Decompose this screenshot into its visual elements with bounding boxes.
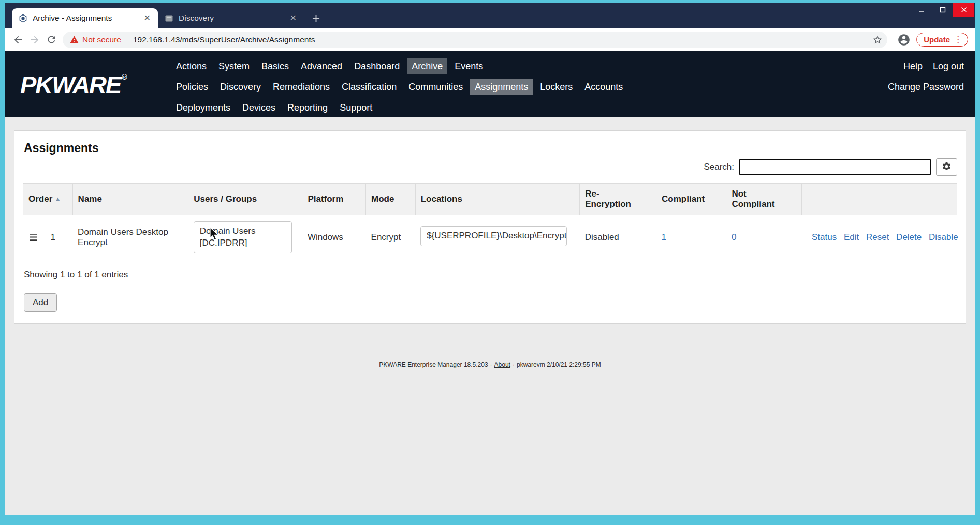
address-bar[interactable]: Not secure 192.168.1.43/mds/SuperUser/Ar… — [63, 32, 887, 48]
page-background: Assignments Search: — [5, 117, 975, 515]
new-tab-button[interactable] — [308, 10, 324, 26]
app-header: PKWARE® Actions System Basics Advanced D… — [5, 51, 975, 117]
not-secure-warning-icon[interactable] — [70, 35, 79, 44]
col-re-encryption[interactable]: Re-Encryption — [580, 184, 656, 215]
close-button[interactable] — [953, 3, 974, 17]
pkware-logo: PKWARE® — [20, 51, 171, 117]
cell-platform: Windows — [302, 215, 366, 260]
browser-titlebar: Archive - Assignments ✕ Discovery ✕ — [5, 3, 975, 28]
header-account-links: Help Log out Change Password — [888, 51, 964, 117]
page-title: Assignments — [24, 141, 957, 155]
nav-deployments[interactable]: Deployments — [171, 100, 235, 116]
col-name[interactable]: Name — [72, 184, 188, 215]
browser-window: Archive - Assignments ✕ Discovery ✕ — [5, 3, 975, 515]
nav-assignments[interactable]: Assignments — [470, 79, 533, 95]
gear-icon — [942, 161, 952, 173]
nav-dashboard[interactable]: Dashboard — [349, 58, 404, 74]
col-platform[interactable]: Platform — [302, 184, 366, 215]
nav-remediations[interactable]: Remediations — [268, 79, 334, 95]
logo-text: PKWARE — [20, 70, 121, 99]
nav-row-3: Deployments Devices Reporting Support — [171, 97, 888, 118]
discovery-favicon-icon — [164, 13, 173, 23]
nav-devices[interactable]: Devices — [238, 100, 280, 116]
nav-basics[interactable]: Basics — [257, 58, 294, 74]
browser-menu-dots-icon[interactable]: ⋮ — [952, 35, 964, 44]
search-settings-button[interactable] — [936, 158, 957, 176]
assignments-table: Order▲ Name Users / Groups Platform Mode… — [23, 183, 957, 260]
assignment-row: 1 Domain Users Desktop Encrypt Domain Us… — [23, 215, 957, 260]
cell-name: Domain Users Desktop Encrypt — [72, 215, 188, 260]
col-mode[interactable]: Mode — [366, 184, 416, 215]
tab-archive-assignments[interactable]: Archive - Assignments ✕ — [12, 8, 158, 28]
add-button[interactable]: Add — [24, 293, 57, 312]
tab-title: Archive - Assignments — [33, 13, 137, 23]
users-groups-box: Domain Users [DC.IPDRR] — [194, 221, 292, 253]
logout-link[interactable]: Log out — [933, 61, 964, 72]
tab-close-icon[interactable]: ✕ — [142, 13, 153, 23]
disable-link[interactable]: Disable — [929, 232, 958, 242]
cell-order: 1 — [23, 215, 73, 260]
edit-link[interactable]: Edit — [844, 232, 859, 242]
cell-not-compliant: 0 — [726, 215, 802, 260]
status-link[interactable]: Status — [812, 232, 837, 242]
tab-title: Discovery — [179, 13, 283, 23]
back-button[interactable] — [10, 32, 26, 48]
cell-re-encryption: Disabled — [580, 215, 656, 260]
drag-handle-icon[interactable] — [28, 233, 38, 241]
nav-communities[interactable]: Communities — [404, 79, 467, 95]
cell-actions: Status Edit Reset Delete Disable — [802, 215, 957, 260]
tab-discovery[interactable]: Discovery ✕ — [158, 8, 304, 28]
cell-users-groups: Domain Users [DC.IPDRR] — [188, 215, 302, 260]
compliant-count-link[interactable]: 1 — [662, 232, 666, 242]
col-locations[interactable]: Locations — [415, 184, 580, 215]
entries-summary: Showing 1 to 1 of 1 entries — [24, 269, 957, 280]
app-footer: PKWARE Enterprise Manager 18.5.203·About… — [14, 361, 966, 368]
maximize-button[interactable] — [932, 3, 953, 17]
nav-lockers[interactable]: Lockers — [535, 79, 577, 95]
logo-registered-mark: ® — [122, 73, 127, 81]
order-value: 1 — [51, 232, 55, 243]
col-order[interactable]: Order▲ — [23, 184, 73, 215]
nav-accounts[interactable]: Accounts — [580, 79, 627, 95]
security-status-label[interactable]: Not secure — [82, 35, 121, 44]
search-input[interactable] — [739, 159, 931, 175]
forward-button[interactable] — [26, 32, 43, 48]
nav-support[interactable]: Support — [335, 100, 377, 116]
tab-close-icon[interactable]: ✕ — [288, 13, 299, 23]
col-actions — [802, 184, 957, 215]
minimize-button[interactable] — [911, 3, 932, 17]
nav-classification[interactable]: Classification — [337, 79, 401, 95]
nav-archive[interactable]: Archive — [407, 58, 447, 74]
col-compliant[interactable]: Compliant — [656, 184, 726, 215]
nav-row-1: Actions System Basics Advanced Dashboard… — [171, 56, 888, 77]
nav-events[interactable]: Events — [450, 58, 488, 74]
help-link[interactable]: Help — [903, 61, 923, 72]
nav-row-2: Policies Discovery Remediations Classifi… — [171, 77, 888, 97]
update-button[interactable]: Update ⋮ — [916, 33, 968, 47]
locations-box: ${USERPROFILE}\Desktop\Encrypt — [420, 226, 567, 246]
delete-link[interactable]: Delete — [896, 232, 922, 242]
url-text[interactable]: 192.168.1.43/mds/SuperUser/Archive/Assig… — [133, 35, 870, 44]
reset-link[interactable]: Reset — [866, 232, 889, 242]
search-label: Search: — [704, 162, 734, 172]
nav-system[interactable]: System — [214, 58, 254, 74]
about-link[interactable]: About — [494, 361, 510, 368]
desktop-background: Archive - Assignments ✕ Discovery ✕ — [0, 0, 980, 525]
bookmark-star-icon[interactable] — [870, 32, 885, 48]
nav-policies[interactable]: Policies — [171, 79, 213, 95]
browser-toolbar: Not secure 192.168.1.43/mds/SuperUser/Ar… — [5, 28, 975, 51]
nav-discovery[interactable]: Discovery — [215, 79, 266, 95]
profile-avatar[interactable] — [896, 32, 912, 48]
col-not-compliant[interactable]: Not Compliant — [726, 184, 802, 215]
omnibox-divider — [127, 35, 127, 44]
reload-button[interactable] — [43, 32, 60, 48]
footer-host-time: pkwarevm 2/10/21 2:29:55 PM — [517, 361, 601, 368]
not-compliant-count-link[interactable]: 0 — [732, 232, 736, 242]
nav-reporting[interactable]: Reporting — [283, 100, 332, 116]
col-users-groups[interactable]: Users / Groups — [188, 184, 302, 215]
sort-ascending-icon: ▲ — [55, 196, 61, 202]
window-controls — [911, 3, 974, 17]
change-password-link[interactable]: Change Password — [888, 82, 964, 93]
nav-actions[interactable]: Actions — [171, 58, 211, 74]
nav-advanced[interactable]: Advanced — [296, 58, 347, 74]
